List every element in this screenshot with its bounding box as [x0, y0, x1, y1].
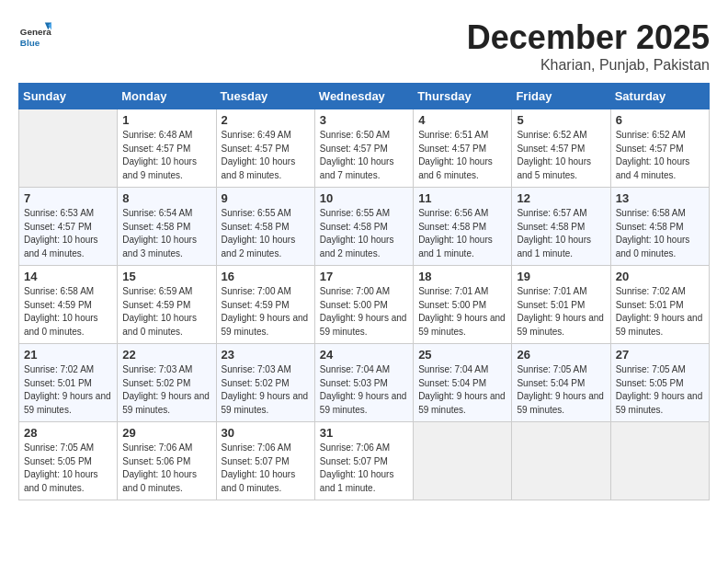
day-info: Sunrise: 6:56 AMSunset: 4:58 PMDaylight:…	[418, 207, 506, 260]
weekday-header-saturday: Saturday	[610, 84, 709, 109]
day-info: Sunrise: 6:58 AMSunset: 4:58 PMDaylight:…	[616, 207, 704, 260]
day-number: 10	[320, 191, 408, 205]
week-row-5: 28Sunrise: 7:05 AMSunset: 5:05 PMDayligh…	[19, 422, 710, 500]
calendar-cell: 14Sunrise: 6:58 AMSunset: 4:59 PMDayligh…	[19, 266, 118, 344]
week-row-1: 1Sunrise: 6:48 AMSunset: 4:57 PMDaylight…	[19, 109, 710, 188]
calendar-cell: 17Sunrise: 7:00 AMSunset: 5:00 PMDayligh…	[314, 266, 413, 344]
weekday-header-wednesday: Wednesday	[314, 84, 413, 109]
day-number: 5	[517, 113, 605, 127]
day-info: Sunrise: 6:49 AMSunset: 4:57 PMDaylight:…	[222, 129, 310, 182]
day-info: Sunrise: 6:52 AMSunset: 4:57 PMDaylight:…	[616, 129, 704, 182]
week-row-3: 14Sunrise: 6:58 AMSunset: 4:59 PMDayligh…	[19, 266, 710, 344]
calendar-cell: 18Sunrise: 7:01 AMSunset: 5:00 PMDayligh…	[414, 266, 512, 344]
day-info: Sunrise: 7:05 AMSunset: 5:05 PMDaylight:…	[616, 363, 704, 417]
calendar-cell: 22Sunrise: 7:03 AMSunset: 5:02 PMDayligh…	[118, 344, 216, 422]
week-row-4: 21Sunrise: 7:02 AMSunset: 5:01 PMDayligh…	[19, 344, 710, 422]
calendar-cell: 27Sunrise: 7:05 AMSunset: 5:05 PMDayligh…	[610, 344, 709, 422]
calendar-cell: 29Sunrise: 7:06 AMSunset: 5:06 PMDayligh…	[118, 422, 216, 500]
day-number: 15	[122, 270, 210, 283]
calendar-cell: 21Sunrise: 7:02 AMSunset: 5:01 PMDayligh…	[19, 344, 118, 422]
day-info: Sunrise: 6:54 AMSunset: 4:58 PMDaylight:…	[122, 207, 210, 260]
day-number: 20	[616, 270, 704, 283]
day-number: 19	[517, 270, 605, 283]
calendar-cell: 24Sunrise: 7:04 AMSunset: 5:03 PMDayligh…	[314, 344, 413, 422]
calendar-cell: 31Sunrise: 7:06 AMSunset: 5:07 PMDayligh…	[314, 422, 413, 500]
day-number: 26	[517, 348, 605, 362]
location: Kharian, Punjab, Pakistan	[467, 57, 710, 74]
day-number: 14	[24, 270, 112, 283]
calendar-cell: 15Sunrise: 6:59 AMSunset: 4:59 PMDayligh…	[118, 266, 216, 344]
day-number: 1	[122, 113, 210, 127]
calendar-cell: 2Sunrise: 6:49 AMSunset: 4:57 PMDaylight…	[216, 109, 314, 188]
day-number: 24	[320, 348, 408, 362]
weekday-header-monday: Monday	[118, 84, 216, 109]
day-info: Sunrise: 6:53 AMSunset: 4:57 PMDaylight:…	[24, 207, 112, 260]
page-header: General Blue December 2025 Kharian, Punj…	[18, 18, 710, 74]
calendar-cell: 16Sunrise: 7:00 AMSunset: 4:59 PMDayligh…	[216, 266, 314, 344]
day-number: 4	[418, 113, 506, 127]
calendar-cell: 19Sunrise: 7:01 AMSunset: 5:01 PMDayligh…	[512, 266, 610, 344]
day-info: Sunrise: 7:02 AMSunset: 5:01 PMDaylight:…	[616, 285, 704, 339]
calendar-cell: 7Sunrise: 6:53 AMSunset: 4:57 PMDaylight…	[19, 188, 118, 266]
day-info: Sunrise: 7:01 AMSunset: 5:00 PMDaylight:…	[418, 285, 506, 339]
day-info: Sunrise: 7:00 AMSunset: 5:00 PMDaylight:…	[320, 285, 408, 339]
day-number: 2	[222, 113, 310, 127]
day-info: Sunrise: 7:05 AMSunset: 5:04 PMDaylight:…	[517, 363, 605, 417]
day-info: Sunrise: 7:03 AMSunset: 5:02 PMDaylight:…	[122, 363, 210, 417]
calendar-cell: 23Sunrise: 7:03 AMSunset: 5:02 PMDayligh…	[216, 344, 314, 422]
day-info: Sunrise: 7:01 AMSunset: 5:01 PMDaylight:…	[517, 285, 605, 339]
day-number: 9	[222, 191, 310, 205]
day-number: 25	[418, 348, 506, 362]
day-info: Sunrise: 7:04 AMSunset: 5:04 PMDaylight:…	[418, 363, 506, 417]
calendar-cell: 30Sunrise: 7:06 AMSunset: 5:07 PMDayligh…	[216, 422, 314, 500]
calendar-cell: 25Sunrise: 7:04 AMSunset: 5:04 PMDayligh…	[414, 344, 512, 422]
day-info: Sunrise: 6:55 AMSunset: 4:58 PMDaylight:…	[320, 207, 408, 260]
day-info: Sunrise: 7:05 AMSunset: 5:05 PMDaylight:…	[24, 442, 112, 495]
calendar-cell	[19, 109, 118, 188]
calendar-cell: 26Sunrise: 7:05 AMSunset: 5:04 PMDayligh…	[512, 344, 610, 422]
day-number: 22	[122, 348, 210, 362]
day-info: Sunrise: 7:00 AMSunset: 4:59 PMDaylight:…	[222, 285, 310, 339]
day-info: Sunrise: 6:51 AMSunset: 4:57 PMDaylight:…	[418, 129, 506, 182]
day-info: Sunrise: 7:02 AMSunset: 5:01 PMDaylight:…	[24, 363, 112, 417]
day-number: 7	[24, 191, 112, 205]
day-number: 6	[616, 113, 704, 127]
day-number: 13	[616, 191, 704, 205]
day-info: Sunrise: 7:06 AMSunset: 5:07 PMDaylight:…	[320, 442, 408, 495]
day-number: 17	[320, 270, 408, 283]
day-number: 3	[320, 113, 408, 127]
logo-icon: General Blue	[18, 18, 51, 52]
calendar-cell	[512, 422, 610, 500]
month-title: December 2025	[467, 18, 710, 57]
calendar-cell: 6Sunrise: 6:52 AMSunset: 4:57 PMDaylight…	[610, 109, 709, 188]
calendar-cell: 11Sunrise: 6:56 AMSunset: 4:58 PMDayligh…	[414, 188, 512, 266]
day-info: Sunrise: 6:48 AMSunset: 4:57 PMDaylight:…	[122, 129, 210, 182]
day-info: Sunrise: 7:04 AMSunset: 5:03 PMDaylight:…	[320, 363, 408, 417]
day-info: Sunrise: 6:55 AMSunset: 4:58 PMDaylight:…	[222, 207, 310, 260]
calendar-cell: 10Sunrise: 6:55 AMSunset: 4:58 PMDayligh…	[314, 188, 413, 266]
day-info: Sunrise: 6:57 AMSunset: 4:58 PMDaylight:…	[517, 207, 605, 260]
svg-text:General: General	[20, 27, 51, 37]
day-number: 28	[24, 426, 112, 440]
day-info: Sunrise: 6:58 AMSunset: 4:59 PMDaylight:…	[24, 285, 112, 339]
day-number: 23	[222, 348, 310, 362]
day-number: 18	[418, 270, 506, 283]
day-number: 21	[24, 348, 112, 362]
day-number: 16	[222, 270, 310, 283]
day-info: Sunrise: 7:06 AMSunset: 5:07 PMDaylight:…	[222, 442, 310, 495]
calendar-table: SundayMondayTuesdayWednesdayThursdayFrid…	[18, 83, 710, 500]
day-number: 11	[418, 191, 506, 205]
day-number: 29	[122, 426, 210, 440]
calendar-cell: 8Sunrise: 6:54 AMSunset: 4:58 PMDaylight…	[118, 188, 216, 266]
calendar-cell: 20Sunrise: 7:02 AMSunset: 5:01 PMDayligh…	[610, 266, 709, 344]
title-area: December 2025 Kharian, Punjab, Pakistan	[467, 18, 710, 74]
calendar-cell: 5Sunrise: 6:52 AMSunset: 4:57 PMDaylight…	[512, 109, 610, 188]
weekday-header-row: SundayMondayTuesdayWednesdayThursdayFrid…	[19, 84, 710, 109]
svg-text:Blue: Blue	[20, 38, 40, 48]
day-info: Sunrise: 7:03 AMSunset: 5:02 PMDaylight:…	[222, 363, 310, 417]
weekday-header-tuesday: Tuesday	[216, 84, 314, 109]
calendar-cell: 3Sunrise: 6:50 AMSunset: 4:57 PMDaylight…	[314, 109, 413, 188]
weekday-header-friday: Friday	[512, 84, 610, 109]
calendar-cell: 1Sunrise: 6:48 AMSunset: 4:57 PMDaylight…	[118, 109, 216, 188]
week-row-2: 7Sunrise: 6:53 AMSunset: 4:57 PMDaylight…	[19, 188, 710, 266]
